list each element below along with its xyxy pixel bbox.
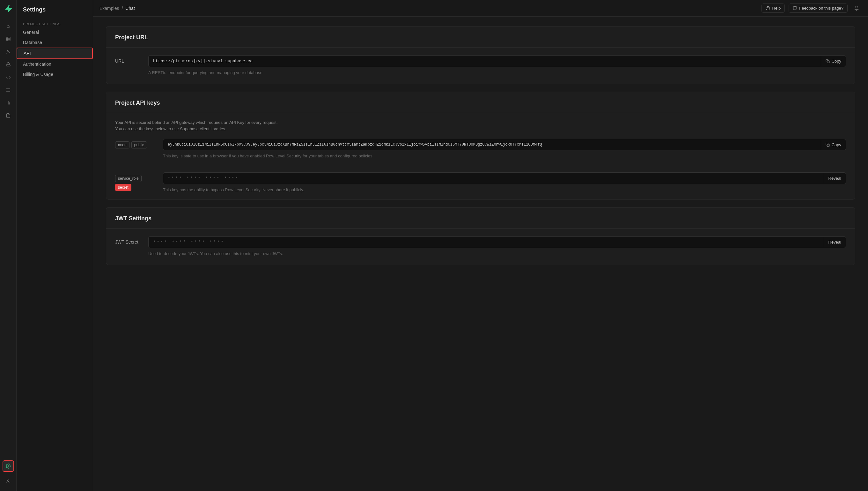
service-role-hint: This key has the ability to bypass Row L… xyxy=(163,187,846,193)
api-keys-divider xyxy=(115,166,846,166)
jwt-secret-content: **** **** **** **** Reveal Used to decod… xyxy=(148,236,846,257)
copy-icon xyxy=(826,59,830,63)
jwt-secret-label: JWT Secret xyxy=(115,236,141,244)
anon-key-input-container: Copy xyxy=(163,139,846,150)
nav-icon-sql[interactable] xyxy=(3,71,14,83)
api-keys-body: Your API is secured behind an API gatewa… xyxy=(106,113,855,200)
nav-icon-user[interactable] xyxy=(3,476,14,487)
project-url-section: Project URL URL Copy A RESTful endpoint xyxy=(106,26,855,84)
url-hint: A RESTful endpoint for querying and mana… xyxy=(148,69,846,76)
svg-point-14 xyxy=(766,6,770,10)
api-keys-desc: Your API is secured behind an API gatewa… xyxy=(115,119,846,133)
anon-key-hint: This key is safe to use in a browser if … xyxy=(163,153,846,159)
svg-rect-16 xyxy=(827,61,829,63)
app-logo xyxy=(3,4,13,14)
jwt-secret-masked: **** **** **** **** xyxy=(149,236,824,248)
public-tag: public xyxy=(131,141,147,148)
service-role-key-content: **** **** **** **** Reveal This key has … xyxy=(163,172,846,193)
content-area: Project URL URL Copy A RESTful endpoint xyxy=(93,17,868,491)
jwt-settings-section: JWT Settings JWT Secret **** **** **** *… xyxy=(106,207,855,265)
nav-icon-reports[interactable] xyxy=(3,97,14,109)
breadcrumb: Examples / Chat xyxy=(99,6,135,11)
svg-rect-5 xyxy=(6,64,10,66)
project-url-title: Project URL xyxy=(115,34,846,41)
help-icon xyxy=(766,6,770,10)
nav-icon-home[interactable]: ⌂ xyxy=(3,21,14,32)
anon-key-input[interactable] xyxy=(163,139,821,150)
jwt-secret-row: JWT Secret **** **** **** **** Reveal Us… xyxy=(115,236,846,257)
api-keys-section: Project API keys Your API is secured beh… xyxy=(106,92,855,200)
project-url-header: Project URL xyxy=(106,27,855,48)
api-keys-title: Project API keys xyxy=(115,99,846,106)
sidebar-item-database[interactable]: Database xyxy=(17,37,93,48)
project-url-body: URL Copy A RESTful endpoint for querying… xyxy=(106,48,855,84)
anon-tag: anon xyxy=(115,141,129,148)
url-field-content: Copy A RESTful endpoint for querying and… xyxy=(148,55,846,76)
service-role-masked: **** **** **** **** xyxy=(163,173,824,184)
nav-icon-auth[interactable] xyxy=(3,46,14,57)
help-button[interactable]: Help xyxy=(762,3,785,13)
url-field-row: URL Copy A RESTful endpoint for querying… xyxy=(115,55,846,76)
topbar: Examples / Chat Help Feedback on this pa… xyxy=(93,0,868,17)
svg-point-13 xyxy=(7,480,9,482)
breadcrumb-separator: / xyxy=(122,6,123,11)
sidebar-item-api[interactable]: API xyxy=(17,48,93,59)
jwt-secret-hint: Used to decode your JWTs. You can also u… xyxy=(148,251,846,257)
sidebar-item-general[interactable]: General xyxy=(17,27,93,37)
jwt-secret-input-container: **** **** **** **** Reveal xyxy=(148,236,846,248)
secret-tag: secret xyxy=(115,184,131,191)
copy-url-button[interactable]: Copy xyxy=(821,56,846,66)
copy-anon-key-button[interactable]: Copy xyxy=(821,140,846,150)
copy-anon-icon xyxy=(826,143,830,147)
settings-title: Settings xyxy=(17,6,93,20)
sidebar-item-billing[interactable]: Billing & Usage xyxy=(17,69,93,80)
service-role-tag: service_role xyxy=(115,175,142,182)
anon-key-content: Copy This key is safe to use in a browse… xyxy=(163,139,846,159)
url-input-container: Copy xyxy=(148,55,846,67)
anon-tag-group: anon public xyxy=(115,139,157,148)
url-label: URL xyxy=(115,55,141,63)
jwt-settings-title: JWT Settings xyxy=(115,215,846,222)
settings-sidebar: Settings Project settings General Databa… xyxy=(17,0,93,491)
nav-icon-table[interactable] xyxy=(3,33,14,45)
feedback-icon xyxy=(793,6,797,10)
svg-point-12 xyxy=(8,465,9,467)
nav-icon-logs[interactable] xyxy=(3,84,14,96)
service-role-tag-group: service_role secret xyxy=(115,172,157,191)
notification-bell[interactable] xyxy=(851,3,862,13)
reveal-jwt-button[interactable]: Reveal xyxy=(824,237,846,247)
svg-rect-17 xyxy=(827,144,829,146)
svg-point-4 xyxy=(7,50,9,52)
anon-key-row: anon public Copy This key is safe to use… xyxy=(115,139,846,159)
url-input[interactable] xyxy=(149,56,821,67)
service-role-input-container: **** **** **** **** Reveal xyxy=(163,172,846,184)
nav-icon-settings[interactable] xyxy=(3,460,14,472)
api-keys-header: Project API keys xyxy=(106,92,855,113)
breadcrumb-parent[interactable]: Examples xyxy=(99,6,119,11)
jwt-settings-header: JWT Settings xyxy=(106,207,855,229)
main-area: Examples / Chat Help Feedback on this pa… xyxy=(93,0,868,491)
reveal-service-role-button[interactable]: Reveal xyxy=(824,173,846,183)
jwt-settings-body: JWT Secret **** **** **** **** Reveal Us… xyxy=(106,229,855,265)
service-role-key-row: service_role secret **** **** **** **** … xyxy=(115,172,846,193)
feedback-button[interactable]: Feedback on this page? xyxy=(788,3,847,13)
nav-icon-functions[interactable] xyxy=(3,59,14,70)
topbar-right: Help Feedback on this page? xyxy=(762,3,862,13)
sidebar-item-authentication[interactable]: Authentication xyxy=(17,59,93,69)
nav-icon-docs[interactable] xyxy=(3,110,14,121)
breadcrumb-current: Chat xyxy=(125,6,135,11)
svg-rect-0 xyxy=(6,37,10,41)
sidebar-section-label: Project settings xyxy=(17,20,93,27)
icon-sidebar: ⌂ xyxy=(0,0,17,491)
